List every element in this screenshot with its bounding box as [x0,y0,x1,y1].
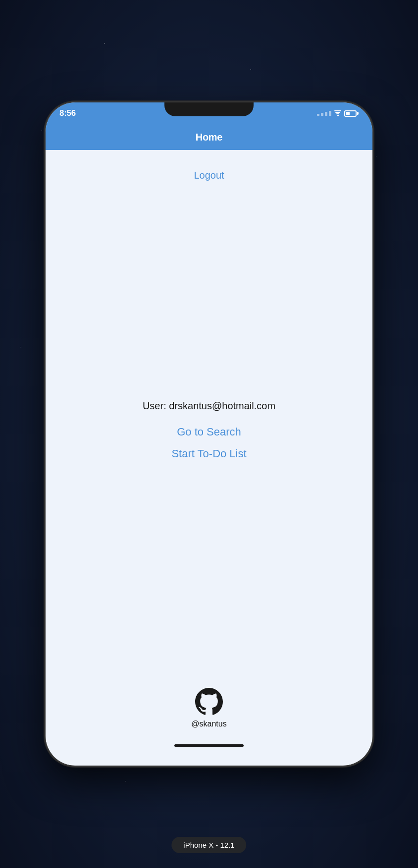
go-to-search-link[interactable]: Go to Search [177,426,241,438]
battery-icon [344,110,359,117]
nav-bar: Home [46,124,372,150]
phone-frame: 8:56 Home Logout [46,102,372,766]
phone-screen: 8:56 Home Logout [46,102,372,766]
status-icons [317,110,359,117]
logout-button[interactable]: Logout [194,170,224,181]
device-label: iPhone X - 12.1 [171,837,246,853]
start-todo-link[interactable]: Start To-Do List [171,447,246,460]
user-info-text: User: drskantus@hotmail.com [143,400,275,412]
status-time: 8:56 [59,108,76,118]
footer: @skantus [191,688,226,738]
github-username: @skantus [191,720,226,728]
signal-icon [317,111,331,116]
main-content: Logout User: drskantus@hotmail.com Go to… [46,150,372,766]
page-title: Home [196,132,222,143]
notch [164,102,254,116]
wifi-icon [334,110,341,116]
home-indicator [174,744,244,747]
github-icon [195,688,223,716]
